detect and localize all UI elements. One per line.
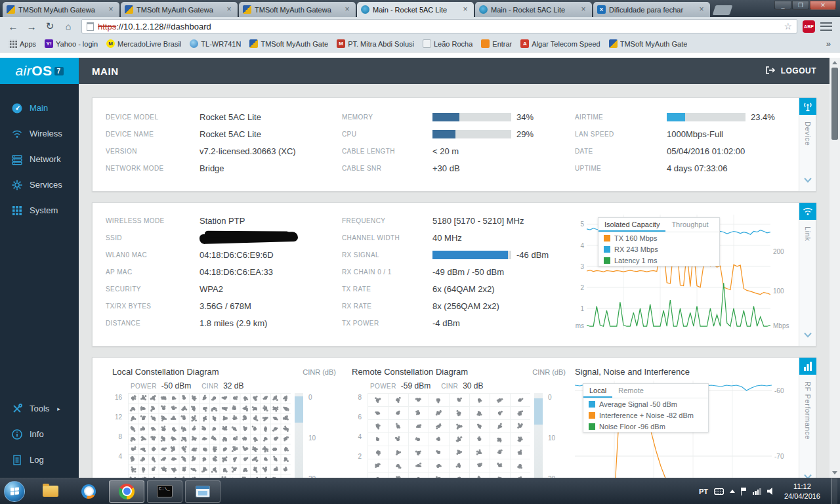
clock-date: 24/04/2016 [784,492,820,501]
reload-button[interactable]: ↻ [42,20,58,32]
bookmark-mercadolivre[interactable]: MercadoLivre Brasil [103,38,184,49]
home-button[interactable]: ⌂ [60,21,76,32]
bookmark-apps[interactable]: Apps [5,38,39,49]
tab-throughput[interactable]: Throughput [665,218,714,232]
taskbar-command-prompt[interactable]: C:\_ [147,480,182,503]
sidebar-bottom-group: Tools ▸ Info Log [0,396,79,478]
bookmark-tmsoft-1[interactable]: TMSoft MyAuth Gate [246,38,331,49]
sidebar-item-main[interactable]: Main [0,95,79,121]
logout-button[interactable]: LOGOUT [765,66,816,77]
keyboard-icon[interactable] [714,488,724,495]
tab-close-icon[interactable]: × [697,5,706,14]
adblock-extension-icon[interactable]: ABP [803,20,815,33]
browser-tab-2[interactable]: TMSoft MyAuth Gatewa × [121,2,238,17]
chevron-down-icon[interactable] [803,174,812,186]
browser-tab-5[interactable]: Main - Rocket 5AC Lite × [475,2,592,17]
tab-close-icon[interactable]: × [224,5,234,14]
bookmarks-overflow-chevron[interactable]: » [822,39,835,49]
link-side-tab[interactable]: Link [799,203,816,346]
network-icon [11,154,23,165]
bookmark-leao-rocha[interactable]: Leão Rocha [419,38,476,49]
forward-button[interactable]: → [24,21,39,32]
bookmark-yahoo[interactable]: Yahoo - login [41,38,101,49]
tab-close-icon[interactable]: × [461,5,470,14]
local-cinr-bar [295,393,303,478]
tab-local[interactable]: Local [583,384,612,398]
shield-favicon [249,39,258,48]
logo-air: air [15,63,32,79]
close-button[interactable]: ✕ [810,1,836,10]
bookmark-star-icon[interactable]: ☆ [784,21,792,32]
sidebar-item-wireless[interactable]: Wireless [0,121,79,146]
cinr-axis-title: CINR (dB) [303,368,336,376]
tab-remote[interactable]: Remote [612,384,650,398]
noise-color-chip [589,423,595,430]
taskbar-media-player[interactable] [71,480,106,503]
wifi-icon [799,203,816,220]
sidebar-item-network[interactable]: Network [0,146,79,172]
sidebar-item-info[interactable]: Info [0,421,79,447]
chevron-down-icon[interactable] [803,471,812,478]
bar-chart-icon [799,358,816,375]
device-col-1: DEVICE MODELRocket 5AC Lite DEVICE NAMER… [106,108,342,177]
bookmark-mitra[interactable]: PT. Mitra Abdi Solusi [333,38,417,49]
taskbar-chrome-active[interactable] [109,480,144,503]
stat-label: CINR [441,383,458,390]
bookmark-entrar[interactable]: Entrar [478,38,515,49]
y-tick: 2 [358,453,362,460]
sidebar-label: Services [30,180,62,190]
scroll-down-arrow[interactable] [832,471,837,474]
screen: TMSoft MyAuth Gatewa × TMSoft MyAuth Gat… [0,0,840,504]
field-label: SSID [106,234,200,242]
tab-close-icon[interactable]: × [106,5,116,14]
start-button[interactable] [4,481,25,502]
back-button[interactable]: ← [5,21,21,32]
action-center-flag-icon[interactable] [741,488,747,495]
taskbar-app-window[interactable] [185,480,220,503]
tab-isolated-capacity[interactable]: Isolated Capacity [598,218,665,232]
sidebar-item-tools[interactable]: Tools ▸ [0,396,79,421]
volume-icon[interactable] [767,488,776,495]
ssid-redaction-scribble [200,231,298,243]
link-chart-col: 5 4 3 2 1 ms 200 100 Mbps [575,212,795,338]
security-value: WPA2 [200,284,223,294]
bookmark-tlwr741n[interactable]: TL-WR741N [186,38,244,49]
rf-side-tab[interactable]: RF Performance [799,358,816,478]
browser-tab-4-active[interactable]: Main - Rocket 5AC Lite × [357,2,474,17]
y-tick: 8 [118,433,122,440]
show-desktop-button[interactable] [831,478,837,504]
tab-close-icon[interactable]: × [343,5,352,14]
device-side-tab[interactable]: Device [799,98,816,191]
sidebar-item-system[interactable]: System [0,198,79,223]
page-icon[interactable] [87,22,94,31]
scrollbar-thumb[interactable] [831,68,838,140]
sidebar-item-services[interactable]: Services [0,172,79,198]
maximize-button[interactable]: ❐ [792,1,809,10]
airos-logo: airOS7 [0,58,79,84]
chevron-down-icon[interactable] [803,329,812,341]
cinr-tick: 0 [548,394,552,401]
browser-tab-1[interactable]: TMSoft MyAuth Gatewa × [3,2,119,17]
browser-tab-6[interactable]: Dificuldade para fechar × [593,2,710,17]
new-tab-button[interactable] [713,5,733,15]
bookmark-label: PT. Mitra Abdi Solusi [348,40,414,48]
minimize-button[interactable]: _ [774,1,791,10]
bookmark-algar[interactable]: Algar Telecom Speed [517,38,603,49]
legend-label: Average Signal -50 dBm [599,400,677,408]
chrome-menu-icon[interactable] [820,22,832,31]
network-signal-icon[interactable] [753,488,761,495]
address-bar[interactable]: https ://10.1.2.128/#dashboard ☆ [81,19,797,33]
bookmark-tmsoft-2[interactable]: TMSoft MyAuth Gate [606,38,691,49]
device-panel: DEVICE MODELRocket 5AC Lite DEVICE NAMER… [92,97,816,192]
sidebar-item-log[interactable]: Log [0,447,79,472]
language-indicator[interactable]: PT [699,488,708,495]
browser-tab-3[interactable]: TMSoft MyAuth Gatewa × [239,2,356,17]
taskbar-clock[interactable]: 11:12 24/04/2016 [784,482,820,501]
grid-icon [11,205,23,217]
scroll-up-arrow[interactable] [832,61,837,64]
taskbar-explorer[interactable] [33,480,68,503]
bookmark-label: MercadoLivre Brasil [117,40,181,48]
hidden-icons-arrow[interactable] [730,490,735,493]
rx-color-chip [604,246,610,253]
tab-close-icon[interactable]: × [579,5,588,14]
